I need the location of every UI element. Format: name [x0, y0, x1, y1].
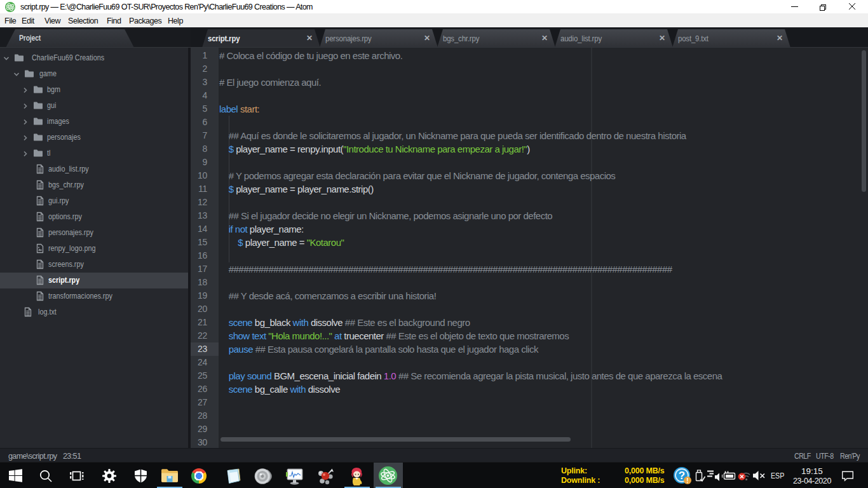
svg-text:!: !	[686, 477, 688, 484]
